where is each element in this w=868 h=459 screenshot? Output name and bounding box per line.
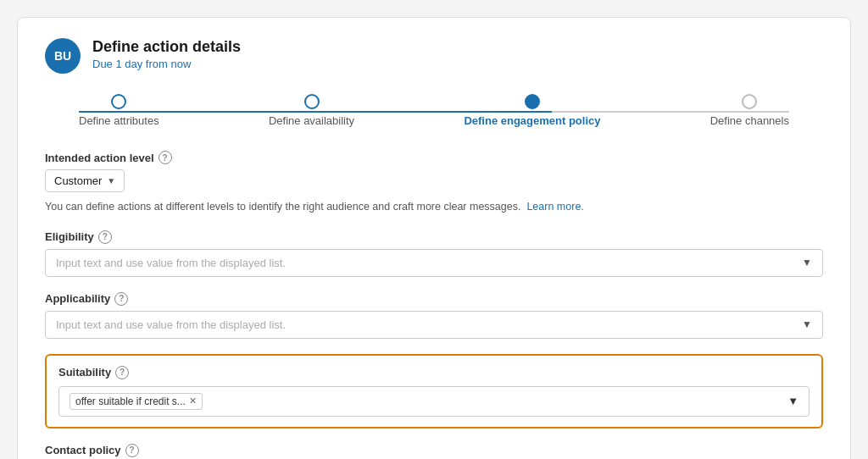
step-define-channels[interactable]: Define channels: [710, 94, 789, 127]
customer-dropdown[interactable]: Customer ▼: [45, 169, 125, 192]
suitability-tag: offer suitable if credit s... ✕: [70, 393, 203, 410]
suitability-tag-value: offer suitable if credit s...: [75, 395, 186, 407]
eligibility-placeholder: Input text and use value from the displa…: [56, 257, 286, 269]
suitability-section: Suitability ? offer suitable if credit s…: [45, 354, 823, 429]
contact-policy-section: Contact policy ? Input text and use valu…: [45, 444, 823, 459]
suitability-help-icon[interactable]: ?: [115, 366, 129, 379]
applicability-placeholder: Input text and use value from the displa…: [56, 318, 286, 331]
intended-action-level-label: Intended action level ?: [45, 151, 823, 164]
contact-policy-help-icon[interactable]: ?: [125, 444, 139, 457]
applicability-label: Applicability ?: [45, 292, 823, 306]
stepper: Define attributes Define availability De…: [45, 94, 823, 127]
customer-dropdown-chevron-icon: ▼: [107, 176, 115, 185]
applicability-help-icon[interactable]: ?: [114, 292, 128, 306]
step-circle-define-attributes: [111, 94, 126, 109]
stepper-track: [79, 111, 789, 113]
applicability-chevron-icon: ▼: [802, 318, 812, 330]
suitability-chevron-icon: ▼: [787, 395, 798, 407]
customer-dropdown-value: Customer: [54, 174, 102, 187]
step-define-availability[interactable]: Define availability: [269, 94, 354, 127]
step-circle-define-channels: [742, 94, 757, 109]
step-circle-define-engagement-policy: [525, 94, 540, 109]
page-subtitle: Due 1 day from now: [92, 58, 241, 70]
suitability-dropdown[interactable]: offer suitable if credit s... ✕ ▼: [58, 386, 810, 417]
page-title: Define action details: [92, 38, 241, 56]
contact-policy-label: Contact policy ?: [45, 444, 823, 457]
step-label-define-availability: Define availability: [269, 114, 354, 127]
applicability-section: Applicability ? Input text and use value…: [45, 292, 823, 339]
step-define-attributes[interactable]: Define attributes: [79, 94, 159, 127]
eligibility-dropdown[interactable]: Input text and use value from the displa…: [45, 249, 823, 277]
learn-more-link[interactable]: Learn more.: [526, 201, 583, 213]
step-circle-define-availability: [304, 94, 320, 109]
header: BU Define action details Due 1 day from …: [45, 38, 823, 74]
step-label-define-engagement-policy: Define engagement policy: [464, 114, 600, 127]
step-label-define-channels: Define channels: [710, 114, 789, 127]
step-label-define-attributes: Define attributes: [79, 114, 159, 127]
step-define-engagement-policy[interactable]: Define engagement policy: [464, 94, 600, 127]
intended-action-level-section: Intended action level ? Customer ▼ You c…: [45, 151, 823, 215]
info-text: You can define actions at different leve…: [45, 199, 823, 215]
eligibility-help-icon[interactable]: ?: [98, 230, 112, 244]
header-text: Define action details Due 1 day from now: [92, 38, 241, 70]
eligibility-label: Eligibility ?: [45, 230, 823, 244]
suitability-tag-close-icon[interactable]: ✕: [189, 395, 197, 406]
intended-action-level-help-icon[interactable]: ?: [159, 151, 172, 164]
suitability-label: Suitability ?: [58, 366, 810, 379]
eligibility-section: Eligibility ? Input text and use value f…: [45, 230, 823, 277]
main-card: BU Define action details Due 1 day from …: [17, 17, 851, 459]
eligibility-chevron-icon: ▼: [802, 257, 812, 268]
avatar: BU: [45, 38, 81, 74]
applicability-dropdown[interactable]: Input text and use value from the displa…: [45, 311, 823, 339]
